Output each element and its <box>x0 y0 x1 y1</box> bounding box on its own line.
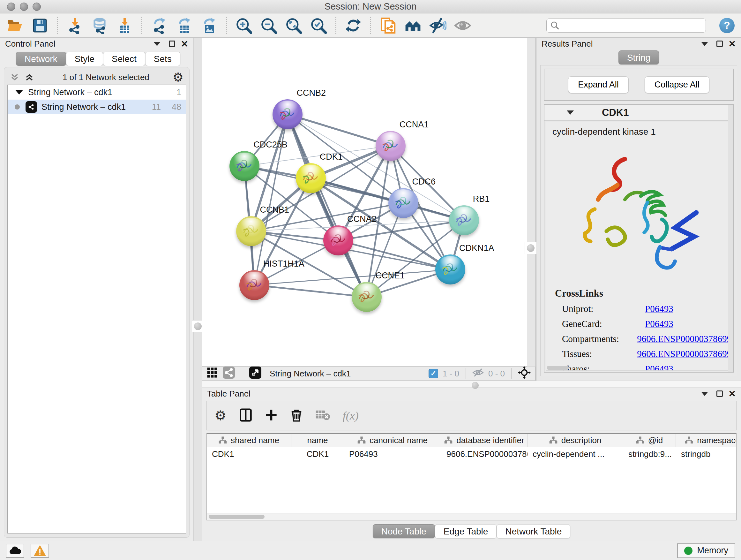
right-splitter-handle[interactable] <box>525 242 537 254</box>
panel-float-icon[interactable] <box>717 390 723 397</box>
column-header-shared-name[interactable]: shared name <box>207 434 291 447</box>
import-network-icon[interactable] <box>66 17 83 35</box>
left-splitter[interactable] <box>194 38 202 541</box>
toolbar-search[interactable] <box>546 18 706 33</box>
network-node-cdc6[interactable] <box>388 188 418 218</box>
column-header-name[interactable]: name <box>291 434 344 447</box>
network-canvas[interactable]: CCNB2CCNA1CDC25BCDK1CDC6RB1CCNB1CCNA2CDK… <box>202 38 527 367</box>
network-node-ccna2[interactable] <box>323 226 353 255</box>
import-network-from-database-icon[interactable] <box>91 17 108 35</box>
share-document-icon[interactable] <box>380 17 397 35</box>
network-node-ccna1[interactable] <box>376 131 406 161</box>
delete-table-icon[interactable] <box>315 409 330 422</box>
zoom-in-icon[interactable] <box>235 17 253 35</box>
refresh-layout-icon[interactable] <box>345 17 362 35</box>
function-builder-icon[interactable]: f(x) <box>343 409 359 422</box>
selected-checkbox-icon[interactable]: ✓ <box>428 369 438 378</box>
network-node-rb1[interactable] <box>449 205 479 235</box>
hide-unhide-icon[interactable] <box>429 17 447 35</box>
crosslink-link[interactable]: P06493 <box>645 304 673 314</box>
search-input[interactable] <box>562 20 702 30</box>
export-network-icon[interactable] <box>151 17 168 35</box>
tab-edge-table[interactable]: Edge Table <box>435 524 497 538</box>
horizontal-splitter[interactable] <box>202 381 741 388</box>
column-header-database-identifier[interactable]: database identifier <box>441 434 528 447</box>
panel-float-icon[interactable] <box>169 41 175 47</box>
delete-column-icon[interactable] <box>290 408 302 423</box>
crosslink-link[interactable]: P06493 <box>645 319 673 329</box>
panel-menu-icon[interactable] <box>153 42 160 46</box>
import-table-icon[interactable] <box>116 17 133 35</box>
tab-sets[interactable]: Sets <box>145 52 180 66</box>
show-graphics-details-icon[interactable] <box>454 17 471 35</box>
column-header-description[interactable]: description <box>528 434 623 447</box>
grid-view-icon[interactable] <box>207 367 218 380</box>
collapse-all-button[interactable]: Collapse All <box>645 76 710 93</box>
table-options-gear-icon[interactable]: ⚙ <box>214 409 226 422</box>
table-scroll-thumb[interactable] <box>209 515 265 519</box>
expand-all-button[interactable]: Expand All <box>568 76 629 93</box>
memory-button[interactable]: Memory <box>677 543 735 558</box>
hidden-eye-icon[interactable] <box>472 368 484 380</box>
open-session-icon[interactable] <box>6 17 23 35</box>
close-window-button[interactable] <box>7 3 15 11</box>
show-columns-icon[interactable] <box>239 408 252 423</box>
collection-expander-icon[interactable] <box>15 90 23 95</box>
results-vertical-scrollbar[interactable] <box>728 105 733 372</box>
minimize-window-button[interactable] <box>20 3 28 11</box>
expand-all-networks-icon[interactable] <box>24 72 34 82</box>
network-node-hist1h1a[interactable] <box>239 270 269 300</box>
table-row[interactable]: CDK1CDK1P064939606.ENSP00000378699cyclin… <box>207 447 736 461</box>
export-image-icon[interactable] <box>200 17 218 35</box>
results-horizontal-scroll-thumb[interactable] <box>547 366 569 370</box>
fit-selected-crosshair-icon[interactable] <box>518 366 531 381</box>
tab-network-table[interactable]: Network Table <box>496 524 570 538</box>
help-icon[interactable]: ? <box>719 18 735 33</box>
network-node-ccnb1[interactable] <box>236 216 266 246</box>
protein-section-header[interactable]: CDK1 <box>544 105 733 121</box>
network-collection-row[interactable]: String Network – cdk1 1 <box>8 85 186 100</box>
zoom-selected-icon[interactable] <box>310 17 327 35</box>
tab-node-table[interactable]: Node Table <box>373 524 435 538</box>
tab-style[interactable]: Style <box>66 52 103 66</box>
panel-float-icon[interactable] <box>717 41 723 47</box>
tab-select[interactable]: Select <box>103 52 145 66</box>
panel-close-icon[interactable]: ✕ <box>181 39 188 49</box>
zoom-out-icon[interactable] <box>260 17 277 35</box>
export-table-icon[interactable] <box>176 17 193 35</box>
network-row[interactable]: String Network – cdk1 11 48 <box>8 100 186 114</box>
panel-close-icon[interactable]: ✕ <box>729 39 736 49</box>
birds-eye-view-icon[interactable] <box>249 367 261 381</box>
zoom-fit-icon[interactable] <box>285 17 302 35</box>
network-node-ccne1[interactable] <box>352 282 382 312</box>
crosslink-link[interactable]: 9606.ENSP00000378699 <box>637 349 731 359</box>
home-networks-icon[interactable] <box>404 17 421 35</box>
column-header--id[interactable]: @id <box>623 434 676 447</box>
network-node-cdc25b[interactable] <box>229 151 259 181</box>
panel-menu-icon[interactable] <box>701 42 708 46</box>
save-session-icon[interactable] <box>31 17 49 35</box>
horizontal-splitter-handle[interactable] <box>472 382 479 389</box>
zoom-window-button[interactable] <box>32 3 41 11</box>
panel-menu-icon[interactable] <box>701 392 708 396</box>
create-column-icon[interactable] <box>265 409 278 423</box>
right-splitter[interactable] <box>527 38 536 367</box>
network-node-cdkn1a[interactable] <box>435 254 465 285</box>
network-node-cdk1[interactable] <box>296 163 326 193</box>
crosslink-link[interactable]: P06493 <box>645 364 673 371</box>
network-share-view-icon[interactable] <box>223 367 235 381</box>
cloud-status-button[interactable] <box>6 544 24 558</box>
column-header-namespace[interactable]: namespace <box>676 434 737 447</box>
panel-close-icon[interactable]: ✕ <box>729 388 736 399</box>
warnings-button[interactable] <box>30 544 49 558</box>
tab-string[interactable]: String <box>618 51 659 64</box>
window-controls[interactable] <box>7 3 41 11</box>
crosslink-link[interactable]: 9606.ENSP00000378699 <box>637 334 731 344</box>
section-expander-icon[interactable] <box>567 111 574 115</box>
table-horizontal-scrollbar[interactable] <box>207 513 736 520</box>
collapse-all-networks-icon[interactable] <box>10 72 19 82</box>
tab-network[interactable]: Network <box>16 52 66 66</box>
network-node-ccnb2[interactable] <box>273 99 302 129</box>
network-options-gear-icon[interactable]: ⚙ <box>173 71 184 83</box>
column-header-canonical-name[interactable]: canonical name <box>344 434 441 447</box>
